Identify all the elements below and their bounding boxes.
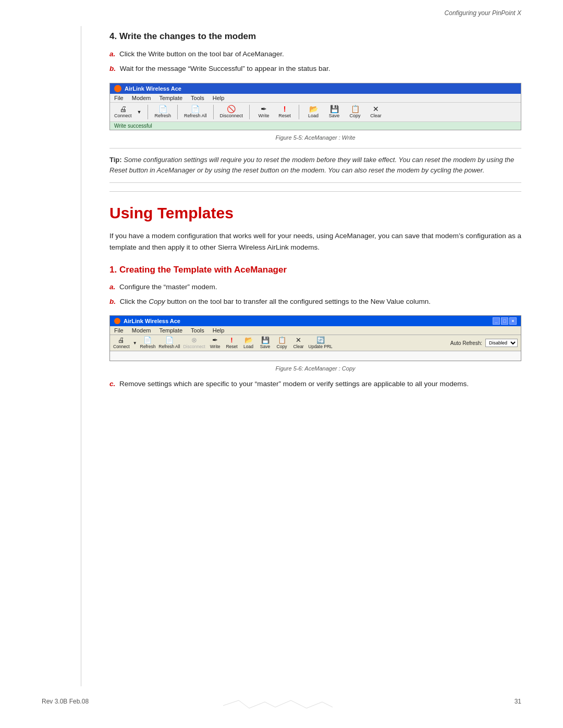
toolbar2-connect[interactable]: 🖨 Connect bbox=[113, 337, 130, 349]
figure2-caption: Figure 5-6: AceManager : Copy bbox=[109, 365, 521, 372]
toolbar-refresh[interactable]: 📄 Refresh bbox=[154, 105, 171, 118]
separator5 bbox=[299, 105, 299, 119]
main-section-heading: Using Templates bbox=[109, 204, 521, 222]
disconnect2-icon: ⊗ bbox=[191, 337, 197, 343]
load2-label: Load bbox=[243, 344, 253, 349]
page-header: Configuring your PinPoint X bbox=[0, 0, 563, 22]
toolbar2-copy[interactable]: 📋 Copy bbox=[275, 337, 289, 349]
toolbar-clear[interactable]: ✕ Clear bbox=[368, 105, 384, 118]
toolbar2-update-prl[interactable]: 🔄 Update PRL bbox=[309, 337, 333, 349]
tip-label: Tip: bbox=[109, 156, 122, 164]
toolbar2-write[interactable]: ✒ Write bbox=[209, 337, 222, 349]
disconnect-label: Disconnect bbox=[220, 113, 243, 118]
tip-text: Some configuration settings will require… bbox=[109, 156, 514, 175]
menu-template[interactable]: Template bbox=[159, 95, 182, 101]
section4-step-a: a. Click the Write button on the tool ba… bbox=[109, 49, 521, 59]
footer-rev: Rev 3.0B Feb.08 bbox=[42, 698, 89, 713]
main-content: 4. Write the changes to the modem a. Cli… bbox=[109, 22, 521, 389]
refresh-label: Refresh bbox=[154, 113, 171, 118]
titlebar-icon2 bbox=[114, 318, 120, 324]
separator4 bbox=[249, 105, 250, 119]
write-icon: ✒ bbox=[261, 105, 267, 113]
screenshot1-toolbar: 🖨 Connect ▼ 📄 Refresh 📄 Refresh All 🚫 bbox=[110, 103, 521, 122]
toolbar-reset[interactable]: ! Reset bbox=[277, 105, 292, 118]
step-a-label: a. bbox=[109, 50, 115, 58]
update-prl-label: Update PRL bbox=[309, 344, 333, 349]
screenshot1-title: AirLink Wireless Ace bbox=[125, 85, 181, 92]
screenshot2-menubar: File Modem Template Tools Help bbox=[110, 326, 521, 335]
menu2-tools[interactable]: Tools bbox=[191, 327, 204, 334]
menu2-modem[interactable]: Modem bbox=[132, 327, 151, 334]
auto-refresh-area: Auto Refresh: Disabled bbox=[450, 339, 518, 347]
copy-label: Copy bbox=[350, 113, 361, 118]
toolbar-copy[interactable]: 📋 Copy bbox=[347, 105, 363, 118]
toolbar2-clear[interactable]: ✕ Clear bbox=[292, 337, 305, 349]
clear2-label: Clear bbox=[293, 344, 303, 349]
save-label: Save bbox=[329, 113, 340, 118]
toolbar2-save[interactable]: 💾 Save bbox=[259, 337, 272, 349]
refresh-icon: 📄 bbox=[158, 105, 167, 113]
sub-section-heading: 1. Creating the Template with AceManager bbox=[109, 264, 521, 276]
toolbar-refresh-all[interactable]: 📄 Refresh All bbox=[184, 105, 207, 118]
separator3 bbox=[213, 105, 214, 119]
menu2-template[interactable]: Template bbox=[159, 327, 182, 334]
connect-icon: 🖨 bbox=[119, 105, 127, 113]
left-margin bbox=[81, 26, 81, 686]
reset2-icon: ! bbox=[230, 337, 232, 343]
refresh-all2-label: Refresh All bbox=[158, 344, 180, 349]
step-b-label: b. bbox=[109, 65, 116, 72]
toolbar2-reset[interactable]: ! Reset bbox=[225, 337, 239, 349]
footer-page: 31 bbox=[515, 698, 521, 713]
toolbar-dropdown-arrow: ▼ bbox=[137, 109, 142, 115]
menu2-help[interactable]: Help bbox=[213, 327, 225, 334]
toolbar-save[interactable]: 💾 Save bbox=[326, 105, 342, 118]
reset2-label: Reset bbox=[226, 344, 237, 349]
section4-heading: 4. Write the changes to the modem bbox=[109, 31, 521, 42]
menu-help[interactable]: Help bbox=[213, 95, 225, 101]
close-btn[interactable]: × bbox=[509, 317, 517, 325]
clear2-icon: ✕ bbox=[296, 337, 301, 343]
toolbar-load[interactable]: 📂 Load bbox=[305, 105, 321, 118]
main-section-body: If you have a modem configuration that w… bbox=[109, 230, 521, 254]
dropdown2-arrow: ▼ bbox=[133, 341, 137, 346]
copy2-label: Copy bbox=[277, 344, 287, 349]
auto-refresh-select[interactable]: Disabled bbox=[485, 339, 518, 347]
section1-step-c: c. Remove settings which are specific to… bbox=[109, 379, 521, 389]
write2-icon: ✒ bbox=[212, 337, 218, 343]
minimize-btn[interactable]: _ bbox=[493, 317, 500, 325]
toolbar2-refresh-all[interactable]: 📄 Refresh All bbox=[158, 337, 180, 349]
toolbar-disconnect[interactable]: 🚫 Disconnect bbox=[220, 105, 243, 118]
section1-step-a: a. Configure the “master” modem. bbox=[109, 282, 521, 292]
screenshot2-toolbar: 🖨 Connect ▼ 📄 Refresh 📄 Refresh All ⊗ Di… bbox=[110, 335, 521, 351]
save2-icon: 💾 bbox=[261, 337, 270, 343]
screenshot2-title: AirLink Wireless Ace bbox=[124, 318, 180, 324]
refresh2-label: Refresh bbox=[140, 344, 156, 349]
menu-tools[interactable]: Tools bbox=[191, 95, 204, 101]
toolbar2-refresh[interactable]: 📄 Refresh bbox=[140, 337, 156, 349]
write-success-text: Write successful bbox=[114, 123, 152, 129]
auto-refresh-label: Auto Refresh: bbox=[450, 340, 482, 346]
maximize-btn[interactable]: □ bbox=[501, 317, 508, 325]
toolbar-connect[interactable]: 🖨 Connect bbox=[114, 105, 132, 118]
menu-modem[interactable]: Modem bbox=[132, 95, 151, 101]
load-label: Load bbox=[308, 113, 319, 118]
toolbar-write[interactable]: ✒ Write bbox=[256, 105, 272, 118]
clear-icon: ✕ bbox=[373, 105, 379, 113]
write-label: Write bbox=[259, 113, 270, 118]
titlebar-controls: _ □ × bbox=[493, 317, 517, 325]
page-container: Configuring your PinPoint X 4. Write the… bbox=[0, 0, 563, 728]
toolbar2-load[interactable]: 📂 Load bbox=[242, 337, 255, 349]
menu2-file[interactable]: File bbox=[114, 327, 124, 334]
wave-decoration bbox=[223, 698, 380, 713]
disconnect-icon: 🚫 bbox=[227, 105, 236, 113]
separator2 bbox=[177, 105, 178, 119]
s1-step-c-label: c. bbox=[109, 380, 115, 388]
copy2-icon: 📋 bbox=[278, 337, 286, 343]
header-title: Configuring your PinPoint X bbox=[445, 9, 521, 17]
reset-icon: ! bbox=[284, 105, 286, 113]
disconnect2-label: Disconnect bbox=[183, 344, 205, 349]
refresh-all-icon: 📄 bbox=[191, 105, 200, 113]
figure1-caption: Figure 5-5: AceManager : Write bbox=[109, 134, 521, 141]
screenshot2-titlebar: AirLink Wireless Ace _ □ × bbox=[110, 316, 521, 326]
menu-file[interactable]: File bbox=[114, 95, 124, 101]
